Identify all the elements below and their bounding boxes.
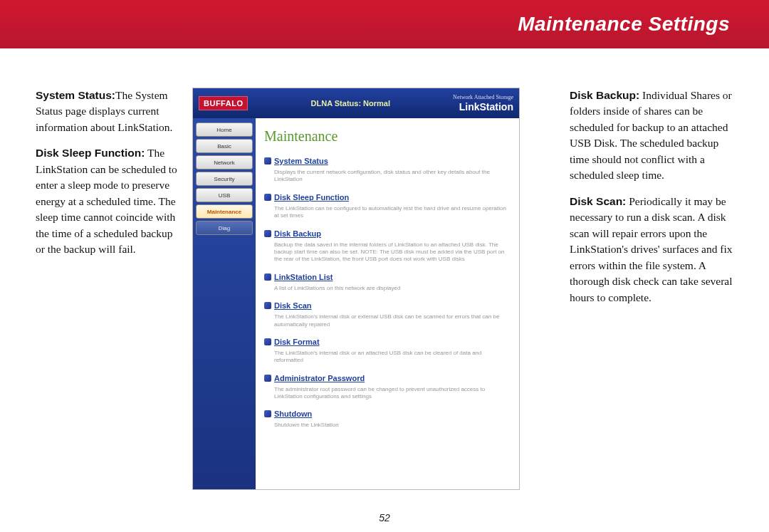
system-status-paragraph: System Status:The System Status page dis… [36,88,178,135]
desc-disk-backup: Backup the data saved in the internal fo… [264,241,511,264]
sidebar-tab-home[interactable]: Home [196,122,253,137]
disk-scan-label: Disk Scan: [570,195,626,207]
brand-tagline: Network Attached Storage [453,94,513,100]
item-disk-backup: Disk Backup Backup the data saved in the… [264,227,511,264]
link-linkstation-list[interactable]: LinkStation List [264,273,333,281]
sidebar-tab-maintenance[interactable]: Maintenance [196,204,253,219]
link-shutdown[interactable]: Shutdown [264,410,312,418]
system-status-label: System Status: [36,89,115,101]
link-system-status[interactable]: System Status [264,157,328,165]
disk-sleep-text: The LinkStation can be scheduled to ente… [36,147,177,255]
page-title: Maintenance Settings [518,13,730,36]
item-linkstation-list: LinkStation List A list of LinkStations … [264,271,511,292]
desc-disk-sleep: The LinkStation can be configured to aut… [264,205,511,220]
buffalo-logo: BUFFALO [199,96,248,110]
disk-scan-paragraph: Disk Scan: Periodically it may be necess… [570,194,733,306]
main-panel: Maintenance System Status Displays the c… [256,118,519,489]
item-shutdown: Shutdown Shutdown the LinkStation [264,407,511,429]
app-header-bar: BUFFALO DLNA Status: Normal Network Atta… [193,88,519,118]
maintenance-heading: Maintenance [264,128,511,145]
link-disk-backup[interactable]: Disk Backup [264,229,321,238]
disk-backup-text: Individual Shares or folders inside of s… [570,89,732,181]
sidebar-tab-security[interactable]: Security [196,172,253,186]
dlna-status-text: DLNA Status: Normal [311,99,390,108]
link-disk-scan[interactable]: Disk Scan [264,301,312,310]
link-admin-password[interactable]: Administrator Password [264,374,365,382]
disk-scan-text: Periodically it may be necessary to run … [570,195,733,303]
disk-backup-paragraph: Disk Backup: Individual Shares or folder… [570,88,733,184]
disk-sleep-label: Disk Sleep Function: [36,147,145,159]
item-disk-sleep: Disk Sleep Function The LinkStation can … [264,191,511,220]
item-system-status: System Status Displays the current netwo… [264,155,511,184]
sidebar-tab-basic[interactable]: Basic [196,139,253,153]
item-disk-scan: Disk Scan The LinkStation's internal dis… [264,299,511,328]
link-disk-sleep[interactable]: Disk Sleep Function [264,193,349,202]
app-body: Home Basic Network Security USB Maintena… [193,118,519,489]
disk-backup-label: Disk Backup: [570,89,639,101]
sidebar-tab-network[interactable]: Network [196,155,253,169]
brand-block: Network Attached Storage LinkStation [453,94,513,113]
link-disk-format[interactable]: Disk Format [264,338,320,346]
embedded-screenshot: BUFFALO DLNA Status: Normal Network Atta… [192,88,520,490]
content-area: System Status:The System Status page dis… [0,48,769,511]
desc-system-status: Displays the current network configurati… [264,169,511,184]
left-text-column: System Status:The System Status page dis… [36,88,178,490]
desc-shutdown: Shutdown the LinkStation [264,422,511,429]
desc-disk-format: The LinkStation's internal disk or an at… [264,350,511,365]
desc-linkstation-list: A list of LinkStations on this network a… [264,285,511,292]
desc-admin-password: The administrator root password can be c… [264,386,511,401]
page-number: 52 [379,512,390,523]
sidebar-nav: Home Basic Network Security USB Maintena… [193,118,256,489]
disk-sleep-paragraph: Disk Sleep Function: The LinkStation can… [36,145,178,257]
sidebar-tab-usb[interactable]: USB [196,188,253,202]
item-disk-format: Disk Format The LinkStation's internal d… [264,335,511,365]
page-header: Maintenance Settings [0,0,769,48]
brand-name: LinkStation [459,101,513,113]
desc-disk-scan: The LinkStation's internal disk or exter… [264,313,511,328]
sidebar-tab-diag[interactable]: Diag [196,221,253,235]
right-text-column: Disk Backup: Individual Shares or folder… [570,88,733,490]
item-admin-password: Administrator Password The administrator… [264,372,511,401]
